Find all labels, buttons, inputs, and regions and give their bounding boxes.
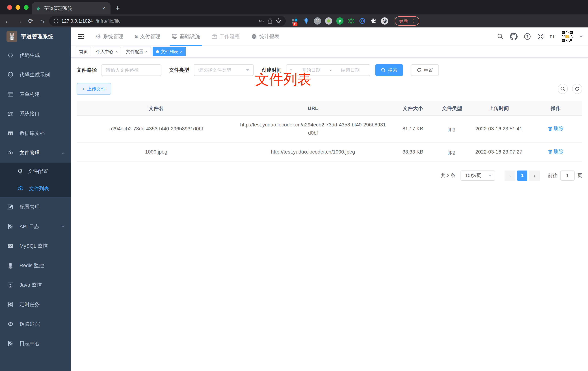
filter-form: 文件路径 文件类型 请选择文件类型 创建时间 - — [77, 64, 582, 76]
top-nav-system[interactable]: ⚙ 系统管理 — [90, 27, 129, 45]
tag-home[interactable]: 首页 — [76, 47, 91, 56]
avatar[interactable] — [561, 31, 573, 42]
form-icon — [7, 91, 14, 97]
show-search-toggle-button[interactable] — [558, 84, 568, 94]
active-tag-dot — [156, 50, 159, 53]
delete-button[interactable]: 删除 — [548, 125, 564, 133]
reload-button[interactable]: ⟳ — [26, 17, 35, 25]
sidebar-item-cron-jobs[interactable]: 定时任务 — [0, 295, 71, 314]
search-icon[interactable] — [497, 33, 504, 40]
current-page-button[interactable]: 1 — [517, 170, 527, 181]
refresh-table-button[interactable] — [572, 84, 582, 94]
file-path-input[interactable] — [106, 67, 156, 73]
sidebar-item-api-log[interactable]: API 日志 ﹀ — [0, 217, 71, 236]
browser-update-button[interactable]: 更新 ⋮ — [395, 16, 419, 26]
sidebar-item-system-api[interactable]: 系统接口 — [0, 104, 71, 124]
sliders-icon — [7, 111, 14, 117]
app-logo-avatar: 🐰 — [7, 31, 17, 42]
share-icon[interactable] — [267, 18, 273, 24]
app-logo-row[interactable]: 🐰 芋道管理系统 — [0, 27, 71, 45]
help-icon[interactable]: ? — [524, 33, 531, 40]
table-tools — [558, 84, 582, 94]
password-key-icon[interactable] — [259, 18, 264, 24]
tag-close-icon[interactable]: × — [145, 49, 148, 54]
gear-icon: ⚙ — [17, 168, 23, 174]
document-edit-icon — [7, 340, 14, 347]
sidebar-item-file-list[interactable]: 文件列表 — [0, 180, 71, 197]
sidebar-item-redis-monitor[interactable]: Redis 监控 — [0, 256, 71, 275]
extension-blocker-icon[interactable]: 11 — [292, 17, 299, 25]
new-tab-button[interactable]: + — [116, 4, 120, 12]
extension-emoji-icon[interactable]: 😀 — [381, 17, 388, 25]
extension-eye-icon[interactable] — [359, 17, 366, 25]
tag-close-icon[interactable]: × — [115, 49, 118, 54]
file-type-select[interactable]: 请选择文件类型 — [194, 64, 253, 76]
extension-cmd-icon[interactable]: ⌘ — [314, 17, 321, 25]
scheduled-task-icon — [7, 301, 14, 308]
tag-file-list[interactable]: 文件列表 × — [153, 47, 186, 56]
bookmark-star-icon[interactable] — [276, 18, 281, 24]
window-controls[interactable] — [7, 5, 29, 10]
sidebar-item-log-center[interactable]: 日志中心 — [0, 334, 71, 353]
sidebar-collapse-icon[interactable] — [78, 34, 84, 39]
sidebar-item-mysql-monitor[interactable]: MySQL 监控 — [0, 236, 71, 256]
extension-gem-icon[interactable] — [303, 17, 310, 25]
minimize-window-button[interactable] — [16, 5, 20, 10]
sidebar-item-trace[interactable]: 链路追踪 — [0, 314, 71, 334]
sidebar-item-code-gen-demo[interactable]: 代码生成示例 — [0, 65, 71, 85]
cell-size: 81.17 KB — [390, 116, 436, 142]
tag-file-config[interactable]: 文件配置 × — [123, 47, 151, 56]
avatar-caret-icon[interactable] — [579, 36, 583, 39]
reset-button[interactable]: 重置 — [411, 64, 439, 76]
top-nav-payment[interactable]: ¥ 支付管理 — [129, 27, 166, 45]
tag-profile[interactable]: 个人中心 × — [93, 47, 121, 56]
browser-menu-icon[interactable]: ⋮ — [411, 20, 415, 22]
top-nav-report[interactable]: 统计报表 — [245, 27, 285, 45]
browser-toolbar: ← → ⟳ ⌂ 127.0.0.1:1024/infra/file/file — [0, 14, 588, 27]
document-edit-icon — [7, 223, 14, 230]
cell-type: jpg — [436, 142, 468, 162]
col-type: 文件类型 — [436, 101, 468, 116]
extension-y-icon[interactable]: y — [336, 17, 344, 25]
sidebar-item-form-builder[interactable]: 表单构建 — [0, 85, 71, 104]
browser-tab[interactable]: 芋道管理系统 × — [32, 2, 111, 14]
sidebar-item-file-management[interactable]: 文件管理 ︿ — [0, 143, 71, 163]
eye-icon — [7, 321, 14, 327]
tab-close-icon[interactable]: × — [100, 5, 107, 11]
extension-dot-icon[interactable] — [325, 17, 332, 25]
sidebar-item-config-management[interactable]: 配置管理 — [0, 197, 71, 217]
site-info-icon[interactable] — [53, 18, 59, 23]
page-size-select[interactable]: 10条/页 — [461, 170, 495, 181]
back-button[interactable]: ← — [3, 18, 12, 25]
close-window-button[interactable] — [7, 5, 12, 10]
upload-file-button[interactable]: + 上传文件 — [77, 83, 111, 95]
github-icon[interactable] — [510, 33, 518, 40]
sidebar-item-file-config[interactable]: ⚙ 文件配置 — [0, 163, 71, 180]
cell-url: http://test.yudao.iocoder.cn/a294ecb2-73… — [236, 116, 390, 142]
font-size-icon[interactable]: tT — [550, 33, 555, 40]
sidebar-menu: 代码生成 代码生成示例 表单构建 系统接口 数据库文档 — [0, 45, 71, 353]
dashboard-icon — [251, 34, 257, 39]
prev-page-button[interactable]: ‹ — [504, 170, 515, 181]
sidebar-item-code-gen[interactable]: 代码生成 — [0, 45, 71, 65]
sidebar-item-db-doc[interactable]: 数据库文档 — [0, 124, 71, 143]
next-page-button[interactable]: › — [529, 170, 540, 181]
delete-button[interactable]: 删除 — [548, 148, 564, 156]
pagination-total: 共 2 条 — [441, 172, 455, 179]
table-header-row: 文件名 URL 文件大小 文件类型 上传时间 操作 — [77, 101, 582, 116]
tag-close-icon[interactable]: × — [180, 49, 182, 54]
browser-tabstrip: 芋道管理系统 × + — [0, 0, 588, 14]
home-button[interactable]: ⌂ — [38, 18, 47, 25]
top-nav-infrastructure[interactable]: 基础设施 — [166, 27, 206, 45]
fullscreen-icon[interactable] — [537, 33, 544, 40]
top-nav-workflow[interactable]: 工作流程 — [206, 27, 245, 45]
extension-star-icon[interactable] — [347, 17, 355, 25]
address-bar[interactable]: 127.0.0.1:1024/infra/file/file — [49, 16, 286, 26]
maximize-window-button[interactable] — [24, 5, 29, 10]
sidebar-item-java-monitor[interactable]: Java 监控 — [0, 275, 71, 295]
search-button[interactable]: 搜索 — [375, 64, 403, 76]
goto-page-input[interactable] — [560, 170, 575, 181]
forward-button[interactable]: → — [14, 18, 24, 25]
extensions-puzzle-icon[interactable] — [370, 17, 377, 25]
end-date-input[interactable] — [335, 67, 366, 73]
